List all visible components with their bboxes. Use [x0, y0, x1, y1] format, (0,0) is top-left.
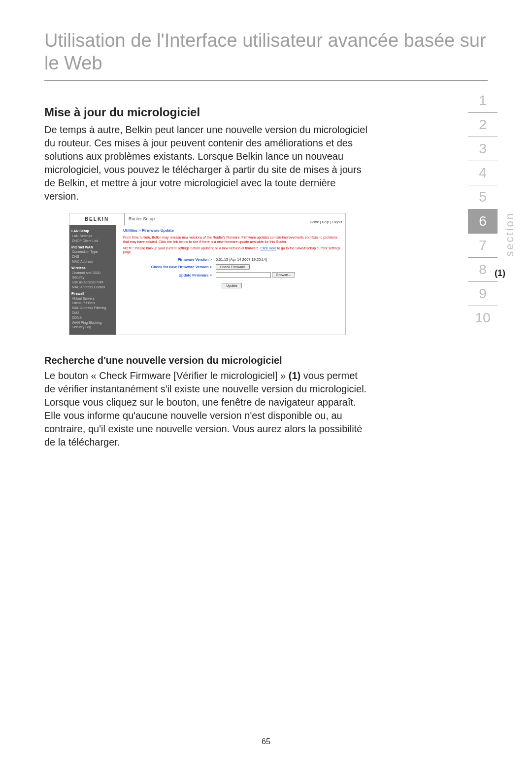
router-sidebar-item: Wireless [71, 266, 114, 271]
page-title: Utilisation de l'Interface utilisateur a… [44, 30, 488, 81]
save-backup-link[interactable]: Click Here [261, 246, 276, 250]
router-note-2: NOTE: Please backup your current setting… [123, 246, 340, 255]
router-sidebar-item: Internet WAN [71, 245, 114, 250]
intro-paragraph: De temps à autre, Belkin peut lancer une… [44, 123, 369, 203]
body-paragraph-2: Le bouton « Check Firmware [Vérifier le … [44, 369, 369, 449]
router-top-links[interactable]: Home | Help | Logout [310, 220, 342, 224]
section-nav: 12345678910 [468, 89, 498, 330]
router-sidebar-item[interactable]: MAC Address Filtering [71, 306, 114, 311]
update-fw-label: Update Firmware > [123, 273, 216, 277]
router-admin-screenshot: BELKIN Router Setup Home | Help | Logout… [69, 213, 346, 335]
router-sidebar-item[interactable]: DNS [71, 254, 114, 259]
router-sidebar-item[interactable]: Channel and SSID [71, 271, 114, 276]
update-button[interactable]: Update [222, 283, 242, 288]
section-nav-item-6[interactable]: 6 [468, 209, 498, 234]
router-sidebar-item[interactable]: Security [71, 275, 114, 280]
router-sidebar-item[interactable]: DDNS [71, 315, 114, 320]
section-nav-item-10[interactable]: 10 [468, 306, 498, 330]
page-number: 65 [0, 737, 532, 746]
router-sidebar[interactable]: LAN SetupLAN SettingsDHCP Client ListInt… [69, 225, 116, 335]
router-note-1: From time to time, Belkin may release ne… [123, 236, 340, 244]
sub-heading: Recherche d'une nouvelle version du micr… [44, 355, 488, 366]
browse-button[interactable]: Browse... [272, 272, 295, 277]
router-sidebar-item[interactable]: MAC Address [71, 259, 114, 264]
section-nav-item-7[interactable]: 7 [468, 234, 498, 258]
router-sidebar-item[interactable]: MAC Address Control [71, 285, 114, 290]
router-sidebar-item[interactable]: WAN Ping Blocking [71, 320, 114, 325]
section-nav-item-8[interactable]: 8 [468, 258, 498, 282]
router-sidebar-item[interactable]: Virtual Servers [71, 296, 114, 301]
check-fw-label: Check for New Firmware Version > [123, 265, 216, 269]
check-firmware-button[interactable]: Check Firmware [216, 264, 250, 270]
router-sidebar-item[interactable]: DHCP Client List [71, 239, 114, 243]
router-sidebar-item[interactable]: LAN Settings [71, 234, 114, 239]
router-breadcrumb: Utilities > Firmware Update [123, 228, 340, 233]
router-sidebar-item[interactable]: Connection Type [71, 249, 114, 254]
router-sidebar-item[interactable]: Client IP Filters [71, 301, 114, 306]
section-nav-item-3[interactable]: 3 [468, 137, 498, 161]
fw-version-value: 0.01.13 (Apr 14 2007 19:25:14) [216, 257, 267, 262]
fw-version-label: Firmware Version > [123, 257, 216, 262]
section-label: section [503, 212, 516, 257]
router-sidebar-item[interactable]: DMZ [71, 311, 114, 315]
section-nav-item-1[interactable]: 1 [468, 89, 498, 113]
section-nav-item-4[interactable]: 4 [468, 161, 498, 185]
router-sidebar-item: Firewall [71, 291, 114, 296]
section-nav-item-5[interactable]: 5 [468, 185, 498, 209]
firmware-file-input[interactable] [216, 272, 271, 278]
router-sidebar-item: LAN Setup [71, 229, 114, 234]
router-main-panel: Utilities > Firmware Update From time to… [116, 225, 345, 335]
section-nav-item-9[interactable]: 9 [468, 282, 498, 306]
router-brand: BELKIN [69, 213, 125, 225]
router-setup-title: Router Setup [129, 216, 155, 221]
section-heading: Mise à jour du micrologiciel [44, 105, 488, 119]
section-nav-item-2[interactable]: 2 [468, 113, 498, 137]
router-sidebar-item[interactable]: Security Log [71, 325, 114, 330]
router-sidebar-item[interactable]: Use as Access Point [71, 280, 114, 285]
